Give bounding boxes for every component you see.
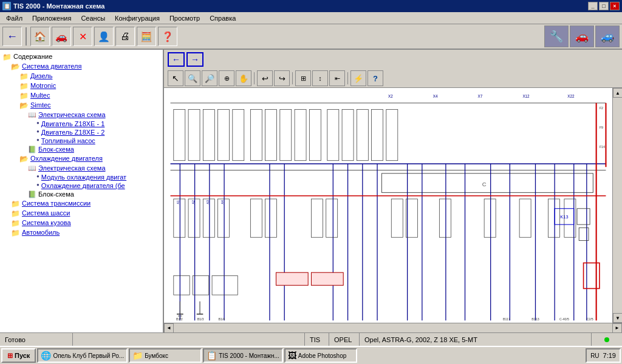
menu-view[interactable]: Просмотр [165, 13, 205, 23]
tis-label: TIS [310, 336, 320, 343]
fit-height-tool[interactable]: ↕ [312, 70, 328, 86]
tree-label-engine[interactable]: Система двигателя [22, 62, 81, 70]
stop-button[interactable]: ✕ [73, 27, 92, 46]
car-info: Opel, ASTRA-G, 2002, Z 18 XE, 5-MT [364, 336, 477, 343]
tree-label-body[interactable]: Система кузова [22, 219, 71, 226]
tree-label-z18-2[interactable]: Двигатель Z18XE - 2 [41, 129, 104, 136]
tree-label-car[interactable]: Автомобиль [22, 229, 60, 236]
zoom-fit-tool[interactable]: ⊕ [219, 70, 234, 86]
tree-label-diesel[interactable]: Дизель [30, 72, 52, 79]
svg-text:A3: A3 [206, 200, 210, 204]
tree-item-transmission[interactable]: 📁 Система трансмиссии [0, 199, 163, 209]
tree-item-cooling[interactable]: 📂 Охлаждение двигателя [0, 154, 163, 164]
back-button[interactable]: ← [168, 52, 185, 67]
tree-item-engine-z18-2[interactable]: ● Двигатель Z18XE - 2 [0, 128, 163, 136]
scroll-track[interactable] [613, 98, 622, 313]
prev-page-tool[interactable]: ⇤ [329, 70, 345, 86]
taskbar-item-club[interactable]: 🌐 Опель Клуб Первый Ро... [37, 348, 128, 363]
tree-label-cooling[interactable]: Охлаждение двигателя [30, 155, 103, 162]
tree-label-motronic[interactable]: Motronic [30, 82, 56, 89]
zoom-out-tool[interactable]: 🔎 [202, 70, 217, 86]
tree-item-block-schema[interactable]: 📗 Блок-схема [0, 145, 163, 154]
menu-file[interactable]: Файл [1, 13, 27, 23]
tree-item-block-schema-2[interactable]: 📗 Блок-схема [0, 190, 163, 199]
scroll-up-button[interactable]: ▲ [613, 88, 622, 98]
help-button[interactable]: ❓ [158, 27, 177, 46]
minimize-button[interactable]: _ [588, 2, 598, 10]
tree-label-cooling-engine[interactable]: Охлаждение двигателя (бе [41, 182, 125, 189]
scroll-left-button[interactable]: ◄ [164, 323, 174, 333]
undo-tool[interactable]: ↩ [257, 70, 273, 86]
menu-sessions[interactable]: Сеансы [76, 13, 110, 23]
forward-button[interactable]: → [186, 52, 203, 67]
tree-item-contents[interactable]: 📁 Содержание [0, 52, 163, 62]
car-button[interactable]: 🚗 [52, 27, 71, 46]
svg-text:X12: X12 [522, 94, 530, 98]
tree-item-cooling-electric[interactable]: 📖 Электрическая схема [0, 164, 163, 173]
toolbar-image-2[interactable]: 🚗 [570, 25, 594, 47]
horizontal-scrollbar[interactable]: ◄ ► [164, 323, 622, 332]
tree-item-simtec[interactable]: 📂 Simtec [0, 101, 163, 110]
tree-item-motronic[interactable]: 📁 Motronic [0, 81, 163, 91]
tree-label-electric[interactable]: Электрическая схема [38, 111, 106, 118]
home-button[interactable]: 🏠 [30, 27, 50, 46]
fit-page-tool[interactable]: ⊞ [295, 70, 311, 86]
club-icon: 🌐 [41, 351, 51, 360]
print-button[interactable]: 🖨 [115, 27, 135, 46]
tree-item-engine-system[interactable]: 📂 Система двигателя [0, 62, 163, 72]
zoom-in-tool[interactable]: 🔍 [185, 70, 200, 86]
vertical-scrollbar[interactable]: ▲ ▼ [612, 88, 622, 323]
tree-item-diesel[interactable]: 📁 Дизель [0, 72, 163, 81]
menu-config[interactable]: Конфигурация [110, 13, 165, 23]
tree-item-body[interactable]: 📁 Система кузова [0, 218, 163, 228]
lightning-tool[interactable]: ⚡ [350, 70, 366, 86]
start-button[interactable]: ⊞ Пуск [1, 348, 36, 363]
menu-help[interactable]: Справка [205, 13, 241, 23]
folder-icon-body: 📁 [11, 219, 20, 228]
tree-label-simtec[interactable]: Simtec [30, 101, 51, 109]
tree-item-multec[interactable]: 📁 Multec [0, 91, 163, 101]
toolbar-image-1[interactable]: 🔧 [544, 25, 569, 47]
diag-separator-1 [254, 72, 255, 84]
svg-text:K13: K13 [560, 214, 568, 220]
person-button[interactable]: 👤 [94, 27, 114, 46]
tree-label-fuel[interactable]: Топливный насос [41, 137, 95, 144]
tree-item-chassis[interactable]: 📁 Система шасси [0, 209, 163, 218]
taskbar-item-tis[interactable]: 📋 TIS 2000 - Монтажн... [203, 348, 283, 363]
tree-item-car[interactable]: 📁 Автомобиль [0, 228, 163, 238]
tree-item-engine-z18-1[interactable]: ● Двигатель Z18XE - 1 [0, 120, 163, 128]
svg-text:B117: B117 [503, 317, 510, 321]
calculator-button[interactable]: 🧮 [137, 27, 156, 46]
tree-label-z18-1[interactable]: Двигатель Z18XE - 1 [41, 120, 104, 127]
tree-item-cooling-engine[interactable]: ● Охлаждение двигателя (бе [0, 181, 163, 190]
book-icon-block-2: 📗 [28, 190, 36, 198]
close-button[interactable]: × [610, 2, 620, 10]
tree-label-multec[interactable]: Multec [30, 92, 50, 99]
svg-text:B113: B113 [531, 317, 539, 321]
back-arrow-button[interactable]: ← [2, 27, 22, 46]
folder-icon-simtec: 📂 [19, 101, 29, 110]
tree-label-block-2: Блок-схема [38, 190, 74, 198]
scroll-down-button[interactable]: ▼ [613, 313, 622, 323]
help-tool[interactable]: ? [367, 70, 383, 86]
pan-tool[interactable]: ✋ [236, 70, 251, 86]
taskbar-item-photoshop[interactable]: 🖼 Adobe Photoshop [284, 348, 357, 363]
taskbar-item-boombox[interactable]: 📁 Бумбокс [129, 348, 202, 363]
tree-label-cooling-module[interactable]: Модуль охлаждения двигат [41, 174, 126, 181]
maximize-button[interactable]: □ [599, 2, 609, 10]
tree-panel[interactable]: 📁 Содержание 📂 Система двигателя 📁 Дизел… [0, 50, 164, 332]
menu-apps[interactable]: Приложения [27, 13, 76, 23]
network-indicator [604, 337, 609, 342]
tree-label-transmission[interactable]: Система трансмиссии [22, 200, 91, 207]
scroll-right-button[interactable]: ► [612, 323, 622, 333]
tree-label-chassis[interactable]: Система шасси [22, 209, 70, 217]
cursor-tool[interactable]: ↖ [168, 70, 183, 86]
toolbar-image-3[interactable]: 🚙 [595, 25, 620, 47]
tree-item-cooling-module[interactable]: ● Модуль охлаждения двигат [0, 173, 163, 181]
tree-label-cooling-electric[interactable]: Электрическая схема [38, 164, 106, 172]
tree-item-electric-schema[interactable]: 📖 Электрическая схема [0, 110, 163, 120]
redo-tool[interactable]: ↪ [274, 70, 290, 86]
tree-label-block[interactable]: Блок-схема [38, 146, 74, 153]
status-opel: OPEL [329, 333, 360, 346]
tree-item-fuel-pump[interactable]: ● Топливный насос [0, 136, 163, 145]
